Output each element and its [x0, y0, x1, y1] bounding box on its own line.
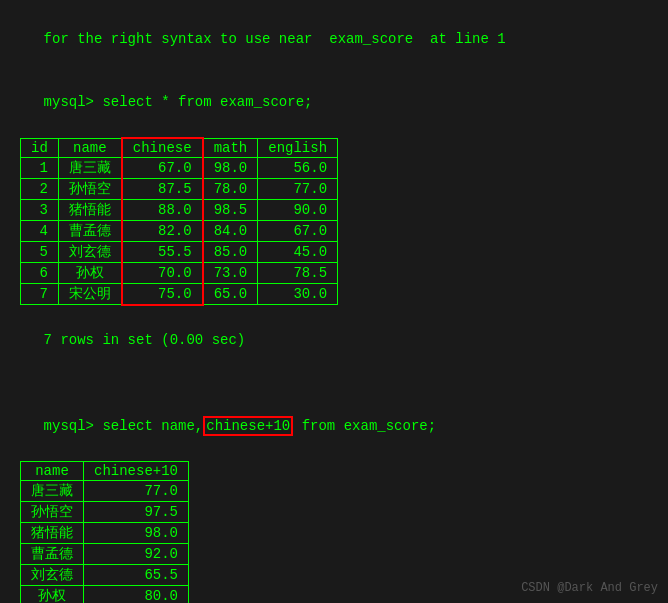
cmd-2-post: from exam_score; — [293, 418, 436, 434]
table-row: 4曹孟德82.084.067.0 — [21, 221, 338, 242]
cell-math: 78.0 — [203, 179, 258, 200]
cell-math: 98.5 — [203, 200, 258, 221]
cell-chinese: 75.0 — [122, 284, 203, 305]
cell-chinese10: 65.5 — [84, 564, 189, 585]
terminal: for the right syntax to use near exam_sc… — [10, 8, 658, 603]
table-row: 6孙权70.073.078.5 — [21, 263, 338, 284]
cell-math: 65.0 — [203, 284, 258, 305]
col-header-chinese: chinese — [122, 138, 203, 158]
table-row: 孙权80.0 — [21, 585, 189, 603]
result-line-1: 7 rows in set (0.00 sec) — [10, 309, 658, 372]
cell-id: 5 — [21, 242, 59, 263]
cell-math: 84.0 — [203, 221, 258, 242]
cell-id: 4 — [21, 221, 59, 242]
cell-name: 宋公明 — [58, 284, 122, 305]
cmd-2-pre: select name, — [94, 418, 203, 434]
table-row: 1唐三藏67.098.056.0 — [21, 158, 338, 179]
cmd-1-text: select * from exam_score; — [94, 94, 312, 110]
cell-chinese10: 97.5 — [84, 501, 189, 522]
cell-name: 刘玄德 — [58, 242, 122, 263]
cell-name: 孙悟空 — [21, 501, 84, 522]
table-row: name chinese+10 — [21, 461, 189, 480]
col-header-id: id — [21, 138, 59, 158]
command-line-1: mysql> select * from exam_score; — [10, 71, 658, 134]
col-header-name: name — [58, 138, 122, 158]
table-2: name chinese+10 唐三藏77.0孙悟空97.5猪悟能98.0曹孟德… — [20, 461, 189, 604]
cell-id: 6 — [21, 263, 59, 284]
command-line-2: mysql> select name,chinese+10 from exam_… — [10, 395, 658, 458]
cell-chinese10: 80.0 — [84, 585, 189, 603]
table-row: 7宋公明75.065.030.0 — [21, 284, 338, 305]
cell-math: 73.0 — [203, 263, 258, 284]
cell-id: 1 — [21, 158, 59, 179]
cell-chinese: 87.5 — [122, 179, 203, 200]
prompt-2: mysql> — [44, 418, 94, 434]
table-row: 5刘玄德55.585.045.0 — [21, 242, 338, 263]
cmd-2-highlight: chinese+10 — [203, 416, 293, 436]
cell-name: 曹孟德 — [58, 221, 122, 242]
cell-chinese: 70.0 — [122, 263, 203, 284]
cell-english: 67.0 — [258, 221, 338, 242]
table-row: 2孙悟空87.578.077.0 — [21, 179, 338, 200]
table-1: id name chinese math english 1唐三藏67.098.… — [20, 137, 338, 306]
cell-name: 孙权 — [21, 585, 84, 603]
cell-english: 45.0 — [258, 242, 338, 263]
cell-name: 孙权 — [58, 263, 122, 284]
cell-english: 77.0 — [258, 179, 338, 200]
prompt-1: mysql> — [44, 94, 94, 110]
col-header-math: math — [203, 138, 258, 158]
cell-id: 2 — [21, 179, 59, 200]
cell-chinese10: 77.0 — [84, 480, 189, 501]
table-row: 孙悟空97.5 — [21, 501, 189, 522]
cell-chinese: 88.0 — [122, 200, 203, 221]
col-header-name2: name — [21, 461, 84, 480]
cell-chinese10: 98.0 — [84, 522, 189, 543]
cell-name: 孙悟空 — [58, 179, 122, 200]
cell-chinese10: 92.0 — [84, 543, 189, 564]
cell-name: 刘玄德 — [21, 564, 84, 585]
cell-chinese: 82.0 — [122, 221, 203, 242]
table-row: 3猪悟能88.098.590.0 — [21, 200, 338, 221]
cell-english: 30.0 — [258, 284, 338, 305]
cell-name: 猪悟能 — [21, 522, 84, 543]
table-row: 刘玄德65.5 — [21, 564, 189, 585]
cell-id: 3 — [21, 200, 59, 221]
cell-name: 猪悟能 — [58, 200, 122, 221]
cell-english: 78.5 — [258, 263, 338, 284]
blank-line-1 — [10, 374, 658, 395]
cell-chinese: 67.0 — [122, 158, 203, 179]
cell-english: 90.0 — [258, 200, 338, 221]
table-row: id name chinese math english — [21, 138, 338, 158]
table1-wrapper: id name chinese math english 1唐三藏67.098.… — [10, 137, 658, 306]
table-row: 唐三藏77.0 — [21, 480, 189, 501]
cell-name: 唐三藏 — [58, 158, 122, 179]
table-row: 猪悟能98.0 — [21, 522, 189, 543]
table-row: 曹孟德92.0 — [21, 543, 189, 564]
cell-math: 98.0 — [203, 158, 258, 179]
cell-english: 56.0 — [258, 158, 338, 179]
watermark: CSDN @Dark And Grey — [521, 581, 658, 595]
cell-id: 7 — [21, 284, 59, 305]
cell-math: 85.0 — [203, 242, 258, 263]
error-line: for the right syntax to use near exam_sc… — [10, 8, 658, 71]
col-header-chinese10: chinese+10 — [84, 461, 189, 480]
cell-chinese: 55.5 — [122, 242, 203, 263]
cell-name: 唐三藏 — [21, 480, 84, 501]
cell-name: 曹孟德 — [21, 543, 84, 564]
col-header-english: english — [258, 138, 338, 158]
